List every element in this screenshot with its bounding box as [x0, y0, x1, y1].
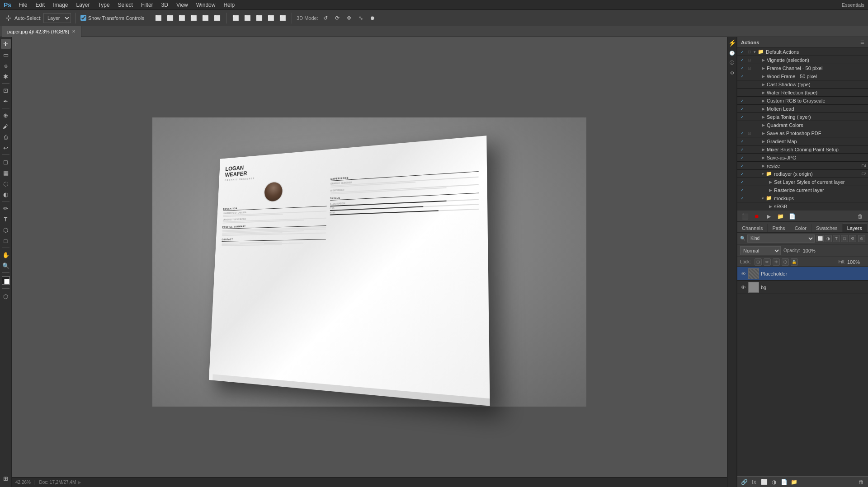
magic-wand-tool[interactable]: ✱ [1, 71, 11, 81]
history-btn[interactable]: 🕐 [728, 49, 736, 57]
action-wood-frame[interactable]: ✓ ⊡ ▶ Wood Frame - 50 pixel [737, 72, 868, 80]
menu-view[interactable]: View [173, 1, 192, 9]
expand-1[interactable]: ▶ [762, 58, 765, 62]
expand-8[interactable]: ▶ [762, 115, 765, 119]
menu-filter[interactable]: Filter [137, 1, 157, 9]
tab-color[interactable]: Color [790, 224, 811, 232]
menu-type[interactable]: Type [94, 1, 113, 9]
expand-10[interactable]: ▶ [762, 131, 765, 136]
zoom-tool[interactable]: 🔍 [1, 261, 11, 271]
layer-placeholder[interactable]: 👁 Placeholder [737, 267, 868, 281]
filter-smart-icon[interactable]: ⚙ [849, 235, 856, 242]
filter-type-icon[interactable]: T [833, 235, 840, 242]
status-arrow[interactable]: ▶ [78, 480, 81, 485]
distribute-btn-5[interactable]: ⬜ [278, 14, 287, 23]
pen-tool[interactable]: ✏ [1, 203, 11, 213]
clone-stamp-tool[interactable]: ⎙ [1, 132, 11, 142]
action-save-jpg[interactable]: ✓ ⊡ ▶ Save-as-JPG [737, 154, 868, 162]
lock-artboard-icon[interactable]: ⬡ [782, 258, 789, 266]
document-tab[interactable]: paper.jpg @ 42,3% (RGB/8) ✕ [2, 26, 81, 37]
brush-tool[interactable]: 🖌 [1, 121, 11, 131]
distribute-btn-3[interactable]: ⬜ [255, 14, 264, 23]
distribute-btn-1[interactable]: ⬜ [231, 14, 240, 23]
new-folder-btn[interactable]: 📁 [776, 212, 784, 220]
tab-close-btn[interactable]: ✕ [72, 29, 75, 34]
tab-channels[interactable]: Channels [737, 224, 768, 232]
rectangular-marquee-tool[interactable]: ▭ [1, 50, 11, 60]
type-tool[interactable]: T [1, 214, 11, 224]
new-fill-btn[interactable]: ◑ [770, 478, 778, 486]
align-left-btn[interactable]: ⬜ [154, 14, 163, 23]
3d-scale-btn[interactable]: ⤡ [356, 14, 365, 23]
tab-swatches[interactable]: Swatches [811, 224, 843, 232]
align-top-btn[interactable]: ⬜ [189, 14, 198, 23]
menu-select[interactable]: Select [114, 1, 137, 9]
action-custom-rgb[interactable]: ✓ ⊡ ▶ Custom RGB to Grayscale [737, 97, 868, 105]
gradient-tool[interactable]: ▦ [1, 168, 11, 178]
layer-eye-2[interactable]: 👁 [740, 285, 746, 290]
lock-move-icon[interactable]: ✛ [773, 258, 780, 266]
auto-select-dropdown[interactable]: Layer Group [43, 13, 71, 23]
expand-9[interactable]: ▶ [762, 123, 765, 127]
actions-panel-menu[interactable]: ☰ [860, 40, 864, 45]
action-quadrant[interactable]: ✓ ⊡ ▶ Quadrant Colors [737, 121, 868, 129]
lock-pixels-icon[interactable]: ✏ [764, 258, 771, 266]
action-water-reflection[interactable]: ✓ ⊡ ▶ Water Reflection (type) [737, 89, 868, 97]
action-cast-shadow[interactable]: ✓ ⊡ ▶ Cast Shadow (type) [737, 80, 868, 89]
3d-rotate-btn[interactable]: ↺ [321, 14, 330, 23]
quick-mask-btn[interactable]: ⬡ [1, 291, 11, 301]
adjustments-btn[interactable]: ⚙ [728, 69, 736, 77]
spot-healing-tool[interactable]: ⊕ [1, 110, 11, 120]
align-right-btn[interactable]: ⬜ [177, 14, 186, 23]
expand-12[interactable]: ▶ [762, 147, 765, 152]
delete-layer-btn[interactable]: 🗑 [857, 478, 865, 486]
expand-7[interactable]: ▶ [762, 107, 765, 111]
lock-position-icon[interactable]: ⊡ [755, 258, 762, 266]
eyedropper-tool[interactable]: ✒ [1, 96, 11, 106]
expand-5[interactable]: ▶ [762, 90, 765, 95]
action-sepia-toning[interactable]: ✓ ⊡ ▶ Sepia Toning (layer) [737, 113, 868, 121]
filter-pixel-icon[interactable]: ⬜ [816, 235, 824, 242]
new-group-btn[interactable]: 📁 [790, 478, 798, 486]
stop-btn[interactable]: ⬛ [741, 212, 749, 220]
action-mockups[interactable]: ✓ ⊡ ▾ 📁 mockups [737, 194, 868, 202]
layer-eye-1[interactable]: 👁 [740, 271, 746, 276]
align-center-btn[interactable]: ⬜ [165, 14, 175, 23]
action-vignette[interactable]: ✓ ⊡ ▶ Vignette (selection) [737, 56, 868, 64]
lock-all-icon[interactable]: 🔒 [791, 258, 798, 266]
play-btn[interactable]: ▶ [764, 212, 773, 220]
action-srgb[interactable]: ✓ ⊡ ▶ sRGB [737, 202, 868, 211]
3d-pan-btn[interactable]: ✥ [344, 14, 354, 23]
filter-adjust-icon[interactable]: ◑ [825, 235, 832, 242]
hand-tool[interactable]: ✋ [1, 250, 11, 260]
action-frame-channel[interactable]: ✓ ⊡ ▶ Frame Channel - 50 pixel [737, 64, 868, 72]
expand-14[interactable]: ▶ [762, 164, 765, 168]
expand-3[interactable]: ▶ [762, 74, 765, 79]
action-molten-lead[interactable]: ✓ ⊡ ▶ Molten Lead [737, 105, 868, 113]
lasso-tool[interactable]: ⌾ [1, 61, 11, 70]
action-default-actions[interactable]: ✓ ⊡ ▾ 📁 Default Actions [737, 48, 868, 56]
move-tool[interactable]: ✛ [1, 39, 11, 49]
screen-mode-btn[interactable]: ⊞ [1, 473, 11, 483]
action-save-pdf[interactable]: ✓ ⊡ ▶ Save as Photoshop PDF [737, 129, 868, 137]
menu-layer[interactable]: Layer [73, 1, 94, 9]
expand-11[interactable]: ▶ [762, 139, 765, 144]
action-resize[interactable]: ✓ ⊡ ▶ resize F4 [737, 162, 868, 170]
align-bottom-btn[interactable]: ⬜ [212, 14, 222, 23]
move-tool-icon[interactable]: ⊹ [4, 14, 13, 23]
layers-kind-select[interactable]: Kind [747, 234, 815, 243]
menu-edit[interactable]: Edit [32, 1, 48, 9]
menu-image[interactable]: Image [49, 1, 71, 9]
tab-layers[interactable]: Layers [843, 224, 867, 232]
action-redlayer[interactable]: ✓ ⊡ ▾ 📁 redlayer (x origin) F2 [737, 170, 868, 178]
eraser-tool[interactable]: ◻ [1, 157, 11, 167]
menu-window[interactable]: Window [193, 1, 219, 9]
path-select-tool[interactable]: ⬡ [1, 225, 11, 235]
action-gradient-map[interactable]: ✓ ⊡ ▶ Gradient Map [737, 137, 868, 145]
add-mask-btn[interactable]: ⬜ [760, 478, 768, 486]
action-rasterize[interactable]: ✓ ⊡ ▶ Rasterize current layer [737, 186, 868, 194]
crop-tool[interactable]: ⊡ [1, 85, 11, 95]
action-toggle-btn[interactable]: ⚡ [728, 39, 736, 47]
menu-3d[interactable]: 3D [158, 1, 172, 9]
filter-toggle-icon[interactable]: ⊝ [858, 235, 865, 242]
